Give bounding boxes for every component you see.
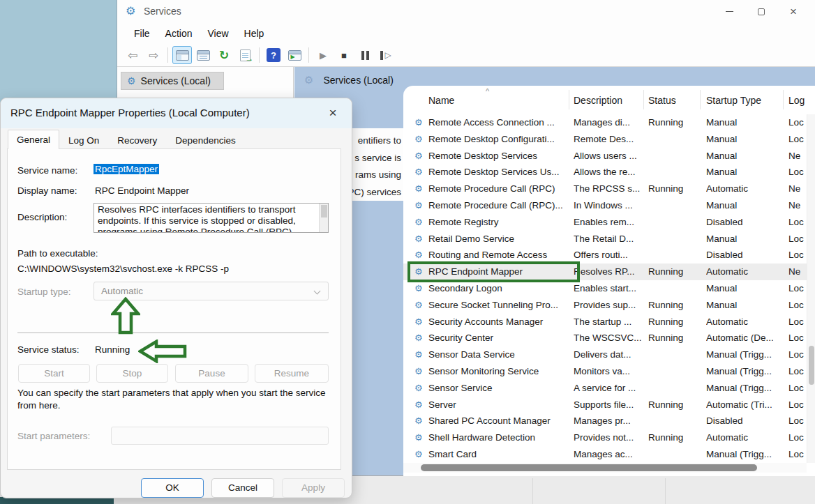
menu-file[interactable]: File [126,25,158,42]
chevron-down-icon [314,288,321,295]
general-tab-page [7,148,341,470]
table-row[interactable]: ⚙Remote Desktop Services Us...Allows the… [403,164,807,181]
path-label: Path to executable: [17,248,98,259]
service-logon: Loc [788,214,807,231]
service-startup-type: Disabled [706,247,786,264]
restart-service-icon[interactable]: ▷ [376,46,396,64]
column-divider[interactable] [783,90,784,109]
service-description: Manages ac... [574,446,645,463]
service-logon: Loc [788,297,807,314]
service-status [648,231,703,247]
column-header-status[interactable]: Status [648,86,676,114]
column-divider[interactable] [643,90,644,109]
column-header-name[interactable]: Name [428,86,454,114]
properties-icon[interactable] [193,46,213,64]
forward-icon[interactable]: ⇨ [144,46,163,64]
tree-item-label: Services (Local) [141,75,211,86]
tab-recovery[interactable]: Recovery [108,132,166,149]
apply-button[interactable]: Apply [282,478,345,498]
tab-log-on[interactable]: Log On [59,132,108,149]
table-row[interactable]: ⚙Retail Demo ServiceThe Retail D...Manua… [403,231,807,247]
main-pane-title: Services (Local) [323,75,393,86]
description-textbox[interactable]: Resolves RPC interfaces identifiers to t… [94,203,329,233]
minimize-button[interactable] [713,0,745,23]
help-icon[interactable]: ? [264,46,283,64]
menu-help[interactable]: Help [237,25,272,42]
table-row[interactable]: ⚙Remote Desktop Configurati...Remote Des… [403,131,807,148]
show-console-tree-icon[interactable] [172,46,192,64]
highlight-box-annotation [408,261,580,282]
toolbar-separator [259,47,260,63]
service-logon: Loc [788,380,807,397]
table-row[interactable]: ⚙Secondary LogonEnables start...ManualLo… [403,280,807,297]
service-description: Resolves RP... [574,264,645,280]
service-logon: Loc [788,413,807,429]
up-arrow-annotation [111,297,140,335]
menu-action[interactable]: Action [158,25,200,42]
column-header-description[interactable]: Description [574,86,622,114]
column-divider[interactable] [569,90,569,109]
extended-view-icon[interactable]: ▶ [285,46,304,64]
ok-button[interactable]: OK [141,478,204,498]
start-button[interactable]: Start [18,364,90,383]
back-icon[interactable]: ⇦ [123,46,142,64]
column-header-startup-type[interactable]: Startup Type [706,86,761,114]
main-pane-header: ⚙ Services (Local) [304,74,394,86]
tab-dependencies[interactable]: Dependencies [166,132,244,149]
cancel-button[interactable]: Cancel [211,478,274,498]
horizontal-scrollbar[interactable] [403,463,807,473]
table-row[interactable]: ⚙Security Accounts ManagerThe startup ..… [403,314,807,330]
menubar: File Action View Help [117,23,815,44]
tab-general[interactable]: General [8,130,59,149]
export-list-icon[interactable]: → [235,46,255,64]
table-row[interactable]: ⚙Security CenterThe WSCSVC...RunningAuto… [403,330,807,346]
service-logon: Loc [788,446,807,463]
stop-button[interactable]: Stop [96,364,168,383]
description-scrollbar[interactable] [319,204,328,232]
table-row[interactable]: ⚙Remote Procedure Call (RPC)The RPCSS s.… [403,181,807,197]
pause-service-icon[interactable] [355,46,375,64]
service-logon: Loc [788,114,807,131]
service-status: Running [648,330,703,346]
stop-service-icon[interactable]: ■ [334,46,354,64]
table-row[interactable]: ⚙Secure Socket Tunneling Pro...Provides … [403,297,807,314]
services-app-icon: ⚙ [126,4,135,17]
horizontal-scrollbar-thumb[interactable] [421,464,757,471]
table-row[interactable]: ⚙Shared PC Account ManagerManages pr...D… [403,413,807,429]
tree-item-services-local[interactable]: ⚙ Services (Local) [121,72,224,90]
table-row[interactable]: ⚙Remote Desktop ServicesAllows users ...… [403,148,807,165]
menu-view[interactable]: View [200,25,236,42]
vertical-scrollbar-thumb[interactable] [809,346,814,385]
titlebar: ⚙ Services × [117,0,815,23]
table-row[interactable]: ⚙Remote RegistryEnables rem...DisabledLo… [403,214,807,231]
vertical-scrollbar[interactable] [807,114,815,463]
refresh-icon[interactable]: ↻ [214,46,234,64]
service-name-value: RpcEptMapper [94,164,159,174]
resume-button[interactable]: Resume [255,364,329,383]
service-status [648,148,703,165]
table-row[interactable]: ⚙Sensor ServiceA service for ...Manual (… [403,380,807,397]
service-description: Provides not... [574,429,645,446]
column-divider[interactable] [700,90,701,109]
table-row[interactable]: ⚙Sensor Data ServiceDelivers dat...Manua… [403,346,807,363]
start-params-input[interactable] [111,427,329,445]
column-header-logon[interactable]: Log [788,86,805,114]
table-row[interactable]: ⚙Remote Access Connection ...Manages di.… [403,114,807,131]
maximize-button[interactable] [745,0,777,23]
table-row[interactable]: ⚙ServerSupports file...RunningAutomatic … [403,397,807,413]
service-startup-type: Disabled [706,214,786,231]
pause-button[interactable]: Pause [175,364,248,383]
properties-dialog: RPC Endpoint Mapper Properties (Local Co… [0,98,352,498]
table-row[interactable]: ⚙Smart CardManages ac...Manual (Trigg...… [403,446,807,463]
dialog-close-icon[interactable]: × [321,102,345,123]
service-startup-type: Manual [706,148,786,165]
table-row[interactable]: ⚙Sensor Monitoring ServiceMonitors va...… [403,363,807,380]
table-row[interactable]: ⚙Shell Hardware DetectionProvides not...… [403,429,807,446]
start-service-icon[interactable]: ▶ [313,46,333,64]
close-button[interactable]: × [777,0,809,23]
service-status [648,131,703,148]
service-description: Delivers dat... [574,346,645,363]
table-row[interactable]: ⚙Remote Procedure Call (RPC)...In Window… [403,197,807,214]
service-status: Running [648,114,703,131]
service-description: Provides sup... [574,297,645,314]
